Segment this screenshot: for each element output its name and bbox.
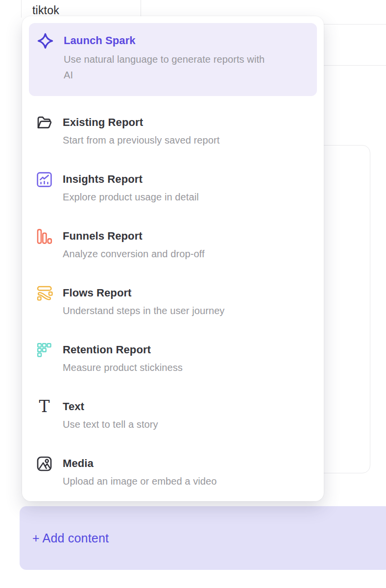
menu-item-title: Existing Report bbox=[63, 116, 219, 129]
menu-item-title: Media bbox=[63, 457, 217, 470]
background-divider bbox=[317, 65, 386, 66]
menu-item-retention-report[interactable]: Retention Report Measure product stickin… bbox=[22, 330, 324, 387]
bar-chart-icon bbox=[36, 228, 53, 245]
menu-item-title: Flows Report bbox=[63, 286, 224, 300]
text-icon: T bbox=[36, 398, 53, 416]
background-table-border bbox=[141, 0, 141, 18]
menu-item-text[interactable]: T Text Use text to tell a story bbox=[22, 387, 324, 444]
menu-item-subtitle: Measure product stickiness bbox=[63, 361, 183, 374]
menu-item-subtitle: Explore product usage in detail bbox=[63, 190, 199, 204]
menu-item-launch-spark[interactable]: Launch Spark Use natural language to gen… bbox=[29, 23, 317, 96]
menu-item-subtitle: Understand steps in the user journey bbox=[63, 304, 224, 318]
background-divider bbox=[317, 24, 386, 24]
add-content-menu: Launch Spark Use natural language to gen… bbox=[22, 16, 324, 501]
menu-item-flows-report[interactable]: Flows Report Understand steps in the use… bbox=[22, 273, 324, 330]
menu-item-subtitle: Analyze conversion and drop-off bbox=[63, 247, 205, 261]
retention-grid-icon bbox=[36, 342, 53, 359]
menu-item-subtitle: Use text to tell a story bbox=[63, 417, 158, 431]
menu-item-title: Retention Report bbox=[63, 343, 183, 357]
add-content-label: + Add content bbox=[32, 531, 109, 545]
menu-item-insights-report[interactable]: Insights Report Explore product usage in… bbox=[22, 160, 324, 217]
menu-item-subtitle: Upload an image or embed a video bbox=[63, 474, 217, 488]
menu-item-existing-report[interactable]: Existing Report Start from a previously … bbox=[22, 103, 324, 160]
add-content-button[interactable]: + Add content bbox=[20, 506, 386, 570]
menu-item-subtitle: Use natural language to generate reports… bbox=[64, 51, 272, 83]
background-table-border bbox=[21, 0, 22, 18]
menu-item-title: Launch Spark bbox=[64, 34, 272, 48]
menu-item-subtitle: Start from a previously saved report bbox=[63, 133, 219, 147]
media-icon bbox=[36, 455, 53, 472]
menu-item-title: Funnels Report bbox=[63, 229, 205, 243]
menu-item-media[interactable]: Media Upload an image or embed a video bbox=[22, 444, 324, 501]
flows-icon bbox=[36, 285, 53, 302]
folder-open-icon bbox=[36, 114, 53, 131]
line-chart-icon bbox=[36, 171, 53, 188]
menu-item-title: Text bbox=[63, 400, 158, 414]
menu-item-title: Insights Report bbox=[63, 172, 199, 186]
background-cell-text: tiktok bbox=[32, 4, 59, 17]
spark-icon bbox=[37, 32, 54, 49]
menu-item-funnels-report[interactable]: Funnels Report Analyze conversion and dr… bbox=[22, 217, 324, 273]
